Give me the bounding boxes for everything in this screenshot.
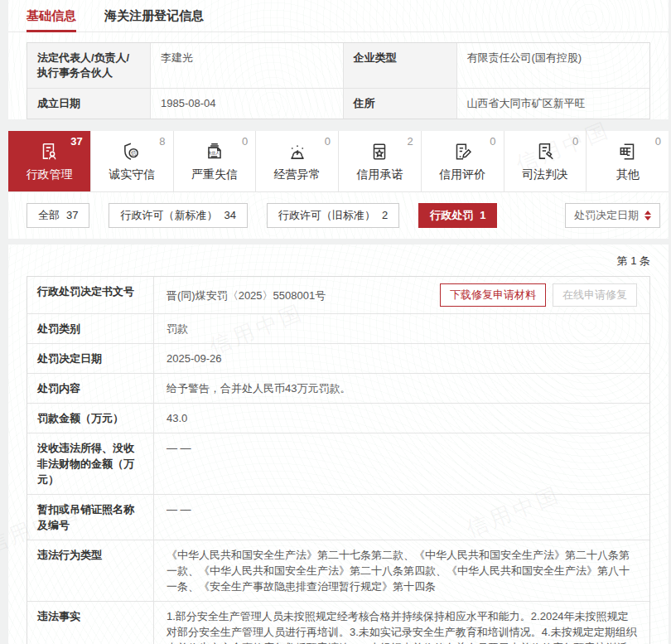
filter-penalty-button[interactable]: 行政处罚1 [418, 203, 497, 228]
category-tab-credit-evaluation[interactable]: 0 信用评价 [422, 131, 504, 191]
row-label: 违法行为类型 [27, 540, 154, 601]
document-grid-icon [617, 141, 639, 162]
penalty-doc-number: 晋(同)煤安罚〈2025〉5508001号 [167, 288, 326, 303]
category-tab-serious-dishonesty[interactable]: 0 失信人 严重失信 [174, 131, 257, 191]
penalty-detail-table: 行政处罚决定书文号 晋(同)煤安罚〈2025〉5508001号 下载修复申请材料… [27, 276, 650, 644]
filter-label: 全部 [38, 209, 60, 221]
basic-label-founding-date: 成立日期 [27, 89, 150, 119]
category-tab-label: 严重失信 [191, 167, 238, 182]
sort-carets-icon [644, 211, 651, 220]
count-badge: 0 [572, 135, 578, 148]
row-value: 43.0 [154, 404, 649, 433]
row-value: — — [154, 495, 649, 540]
filter-row: 全部37 行政许可（新标准）34 行政许可（旧标准）2 行政处罚1 处罚决定日期 [8, 192, 669, 239]
table-row: 行政处罚决定书文号 晋(同)煤安罚〈2025〉5508001号 下载修复申请材料… [27, 277, 649, 314]
table-row: 没收违法所得、没收非法财物的金额（万元） — — [27, 433, 649, 495]
certificate-star-icon [369, 141, 390, 162]
sort-by-penalty-date-dropdown[interactable]: 处罚决定日期 [565, 203, 660, 228]
table-row: 违法事实 1.部分安全生产管理人员未按照规定经考核合格并持续保持相应水平和能力。… [27, 602, 649, 644]
row-value: 罚款 [154, 314, 649, 343]
category-tab-label: 经营异常 [274, 167, 321, 182]
basic-info-table: 法定代表人/负责人/执行事务合伙人 李建光 企业类型 有限责任公司(国有控股) … [27, 42, 650, 119]
row-value: — — [154, 433, 649, 494]
category-tab-credit-commitment[interactable]: 2 信用承诺 [339, 131, 422, 191]
table-row: 违法行为类型 《中华人民共和国安全生产法》第二十七条第二款、《中华人民共和国安全… [27, 540, 649, 602]
row-value: 2025-09-26 [154, 344, 649, 373]
row-label: 罚款金额（万元） [27, 404, 154, 433]
count-badge: 8 [159, 135, 165, 148]
tab-basic-info[interactable]: 基础信息 [27, 8, 76, 31]
top-tabs: 基础信息 海关注册登记信息 [8, 0, 669, 32]
row-label: 处罚内容 [27, 374, 154, 403]
row-label: 没收违法所得、没收非法财物的金额（万元） [27, 433, 154, 494]
svg-text:信: 信 [131, 149, 137, 156]
credit-china-company-page: 基础信息 海关注册登记信息 法定代表人/负责人/执行事务合伙人 李建光 企业类型… [0, 0, 671, 644]
category-tab-label: 信用评价 [439, 167, 485, 182]
row-label: 行政处罚决定书文号 [27, 277, 154, 313]
table-row: 处罚类别 罚款 [27, 314, 649, 344]
category-tab-business-abnormality[interactable]: 0 经营异常 [256, 131, 339, 191]
count-badge: 2 [408, 135, 413, 148]
row-value: 晋(同)煤安罚〈2025〉5508001号 下载修复申请材料 在线申请修复 [154, 277, 649, 313]
alarm-siren-icon [287, 141, 308, 162]
category-tab-label: 司法判决 [522, 167, 568, 182]
filter-count: 34 [224, 209, 235, 221]
category-tab-administrative-management[interactable]: 37 行政管理 [8, 131, 91, 191]
basic-label-legal-rep: 法定代表人/负责人/执行事务合伙人 [27, 43, 150, 89]
row-label: 处罚决定日期 [27, 344, 154, 373]
filter-label: 行政许可（旧标准） [278, 209, 375, 221]
count-badge: 0 [655, 135, 661, 148]
count-badge: 0 [325, 135, 331, 148]
document-pencil-icon [451, 141, 473, 162]
filter-license-old-button[interactable]: 行政许可（旧标准）2 [267, 203, 399, 228]
row-label: 处罚类别 [27, 314, 154, 343]
basic-value-company-type: 有限责任公司(国有控股) [456, 43, 650, 89]
table-row: 暂扣或吊销证照名称及编号 — — [27, 495, 649, 540]
filter-license-new-button[interactable]: 行政许可（新标准）34 [109, 203, 247, 228]
row-label: 违法事实 [27, 602, 154, 644]
filter-all-button[interactable]: 全部37 [27, 203, 89, 228]
basic-label-company-type: 企业类型 [344, 43, 456, 89]
category-tab-label: 行政管理 [26, 167, 72, 182]
count-badge: 37 [70, 135, 82, 148]
basic-value-legal-rep: 李建光 [150, 43, 344, 89]
category-tab-other[interactable]: 0 其他 [587, 131, 669, 191]
records-section: 37 行政管理 8 信 诚实守信 0 [8, 131, 669, 239]
basic-label-address: 住所 [344, 89, 456, 119]
sort-label: 处罚决定日期 [574, 208, 639, 223]
count-badge: 0 [490, 135, 495, 148]
basic-info-section: 基础信息 海关注册登记信息 法定代表人/负责人/执行事务合伙人 李建光 企业类型… [8, 0, 669, 119]
row-value: 给予警告，合并处人民币43万元罚款。 [154, 374, 649, 403]
row-label: 暂扣或吊销证照名称及编号 [27, 495, 154, 540]
category-tab-label: 其他 [616, 167, 640, 182]
download-repair-materials-button[interactable]: 下载修复申请材料 [440, 283, 546, 307]
dishonest-stamp-icon: 失信人 [204, 141, 225, 162]
category-tab-judicial-judgment[interactable]: 0 司法判决 [504, 131, 587, 191]
penalty-detail-section: 第 1 条 行政处罚决定书文号 晋(同)煤安罚〈2025〉5508001号 下载… [8, 245, 669, 644]
filter-label: 行政许可（新标准） [120, 209, 217, 221]
svg-text:失信人: 失信人 [208, 151, 220, 156]
tab-customs-registration[interactable]: 海关注册登记信息 [104, 8, 204, 31]
category-tabs: 37 行政管理 8 信 诚实守信 0 [8, 131, 669, 192]
row-value: 1.部分安全生产管理人员未按照规定经考核合格并持续保持相应水平和能力。2.202… [154, 602, 649, 644]
record-index: 第 1 条 [27, 249, 650, 276]
basic-value-address: 山西省大同市矿区新平旺 [456, 89, 650, 119]
filter-count: 1 [480, 209, 485, 221]
category-tab-label: 诚实守信 [109, 167, 155, 182]
filter-count: 37 [66, 209, 78, 221]
basic-value-founding-date: 1985-08-04 [150, 89, 344, 119]
table-row: 罚款金额（万元） 43.0 [27, 404, 649, 433]
table-row: 处罚内容 给予警告，合并处人民币43万元罚款。 [27, 374, 649, 404]
category-tab-honesty[interactable]: 8 信 诚实守信 [91, 131, 174, 191]
admin-document-stamp-icon [38, 141, 60, 162]
filter-label: 行政处罚 [430, 209, 473, 221]
document-gavel-icon [534, 141, 556, 162]
shield-credit-icon: 信 [121, 141, 142, 162]
category-tab-label: 信用承诺 [356, 167, 403, 182]
online-repair-apply-button[interactable]: 在线申请修复 [553, 283, 637, 307]
filter-count: 2 [382, 209, 388, 221]
row-value: 《中华人民共和国安全生产法》第二十七条第二款、《中华人民共和国安全生产法》第二十… [154, 540, 649, 601]
table-row: 处罚决定日期 2025-09-26 [27, 344, 649, 374]
count-badge: 0 [242, 135, 248, 148]
